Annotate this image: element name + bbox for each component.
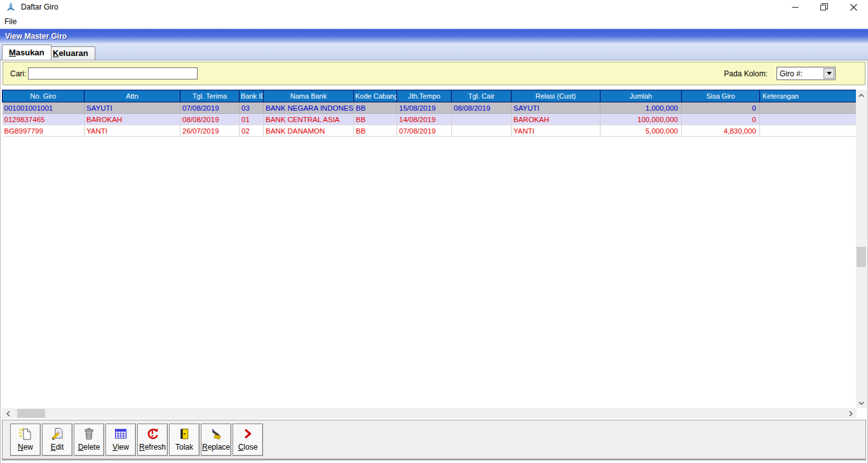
- close-icon: [850, 4, 857, 11]
- cell-no-giro[interactable]: 001001001001: [3, 102, 85, 114]
- cell-sisa-giro[interactable]: 0: [682, 102, 760, 114]
- column-filter-combobox[interactable]: Giro #:: [776, 67, 836, 80]
- cell-nama-bank[interactable]: BANK DANAMON: [264, 125, 354, 137]
- new-button[interactable]: New: [10, 424, 41, 456]
- scroll-left-button[interactable]: [2, 408, 14, 418]
- grid-row[interactable]: BG8997799 YANTI 26/07/2019 02 BANK DANAM…: [3, 125, 857, 137]
- cell-keterangan[interactable]: [760, 114, 857, 125]
- chevron-right-icon: [849, 411, 853, 417]
- search-label: Cari:: [10, 69, 26, 78]
- edit-button[interactable]: Edit: [42, 424, 72, 456]
- new-document-icon: [18, 427, 32, 441]
- grid-row-selected[interactable]: 001001001001 SAYUTI 07/08/2019 03 BANK N…: [3, 102, 857, 114]
- cell-tgl-terima[interactable]: 26/07/2019: [180, 125, 240, 137]
- cell-tgl-terima[interactable]: 07/08/2019: [180, 102, 240, 114]
- cell-nama-bank[interactable]: BANK CENTRAL ASIA: [264, 114, 354, 125]
- column-header-tgl-cair[interactable]: Tgl. Cair: [452, 90, 512, 102]
- tab-page-masukan: Cari: Pada Kolom: Giro #: No. Giro Attn: [0, 60, 868, 463]
- cell-sisa-giro[interactable]: 4,830,000: [682, 125, 760, 137]
- restore-icon: [820, 3, 828, 11]
- cell-keterangan[interactable]: [760, 125, 857, 137]
- column-header-sisa-giro[interactable]: Sisa Giro: [682, 90, 760, 102]
- column-header-relasi-cust[interactable]: Relasi (Cust): [512, 90, 600, 102]
- column-header-attn[interactable]: Attn: [85, 90, 180, 102]
- cell-attn[interactable]: SAYUTI: [85, 102, 180, 114]
- minimize-icon: [792, 4, 799, 11]
- cell-no-giro[interactable]: 0129837465: [3, 114, 85, 125]
- tab-masukan[interactable]: Masukan: [2, 45, 51, 60]
- cell-tgl-cair[interactable]: [452, 114, 512, 125]
- close-arrow-icon: [241, 427, 255, 441]
- refresh-icon: [146, 427, 159, 441]
- cell-jumlah[interactable]: 1,000,000: [600, 102, 682, 114]
- cell-nama-bank[interactable]: BANK NEGARA INDONESIA: [264, 102, 354, 114]
- cell-tgl-cair[interactable]: [452, 125, 512, 137]
- horizontal-scrollbar[interactable]: [2, 408, 857, 418]
- column-header-no-giro[interactable]: No. Giro: [3, 90, 85, 102]
- button-label: Replace: [202, 443, 230, 452]
- vertical-scrollbar[interactable]: [856, 90, 867, 408]
- cell-jumlah[interactable]: 100,000,000: [600, 114, 682, 125]
- delete-button[interactable]: Delete: [74, 424, 104, 456]
- button-label: View: [112, 443, 129, 452]
- chevron-up-icon: [858, 93, 864, 97]
- cell-kode-cabang[interactable]: BB: [354, 114, 397, 125]
- cell-jth-tempo[interactable]: 15/08/2019: [397, 102, 452, 114]
- cell-bank-id[interactable]: 01: [240, 114, 264, 125]
- cell-tgl-terima[interactable]: 08/08/2019: [180, 114, 240, 125]
- column-filter-label: Pada Kolom:: [724, 69, 768, 78]
- search-input[interactable]: [28, 67, 198, 79]
- column-header-jth-tempo[interactable]: Jth.Tempo: [397, 90, 452, 102]
- cell-keterangan[interactable]: [760, 102, 857, 114]
- cell-relasi[interactable]: SAYUTI: [512, 102, 600, 114]
- cell-attn[interactable]: BAROKAH: [85, 114, 180, 125]
- tab-keluaran[interactable]: Keluaran: [46, 46, 95, 60]
- column-header-keterangan[interactable]: Keterangan: [760, 90, 857, 102]
- column-header-kode-cabang[interactable]: Kode Cabang: [354, 90, 397, 102]
- cell-jth-tempo[interactable]: 14/08/2019: [397, 114, 452, 125]
- close-form-button[interactable]: Close: [233, 424, 263, 456]
- giro-grid: No. Giro Attn Tgl. Terima Bank ID Nama B…: [2, 90, 857, 137]
- horizontal-scrollbar-thumb[interactable]: [17, 409, 45, 418]
- view-button[interactable]: View: [105, 424, 136, 456]
- cell-jumlah[interactable]: 5,000,000: [600, 125, 682, 137]
- cell-bank-id[interactable]: 03: [240, 102, 264, 114]
- button-label: Refresh: [139, 443, 166, 452]
- grid-row[interactable]: 0129837465 BAROKAH 08/08/2019 01 BANK CE…: [3, 114, 857, 125]
- combobox-dropdown-button[interactable]: [824, 68, 834, 79]
- column-header-nama-bank[interactable]: Nama Bank: [264, 90, 354, 102]
- cell-relasi[interactable]: BAROKAH: [512, 114, 600, 125]
- cell-tgl-cair[interactable]: 08/08/2019: [452, 102, 512, 114]
- cell-attn[interactable]: YANTI: [85, 125, 180, 137]
- cell-kode-cabang[interactable]: BB: [354, 102, 397, 114]
- cell-bank-id[interactable]: 02: [240, 125, 264, 137]
- window-title: Daftar Giro: [21, 3, 58, 11]
- replace-button[interactable]: Replace: [201, 424, 231, 456]
- chevron-down-icon: [858, 401, 864, 405]
- hand-pen-icon: [209, 427, 223, 441]
- column-header-bank-id[interactable]: Bank ID: [240, 90, 264, 102]
- column-header-jumlah[interactable]: Jumlah: [600, 90, 682, 102]
- scroll-down-button[interactable]: [856, 397, 867, 408]
- cell-no-giro[interactable]: BG8997799: [3, 125, 85, 137]
- refresh-button[interactable]: Refresh: [137, 424, 168, 456]
- cell-relasi[interactable]: YANTI: [512, 125, 600, 137]
- menu-item-file[interactable]: File: [0, 15, 21, 28]
- column-filter-value: Giro #:: [777, 69, 824, 78]
- cell-sisa-giro[interactable]: 0: [682, 114, 760, 125]
- restore-button[interactable]: [810, 0, 839, 14]
- edit-document-icon: [50, 427, 64, 441]
- scroll-up-button[interactable]: [856, 90, 867, 100]
- cell-jth-tempo[interactable]: 07/08/2019: [397, 125, 452, 137]
- tolak-button[interactable]: Tolak: [169, 424, 200, 456]
- minimize-button[interactable]: [780, 0, 810, 14]
- column-header-tgl-terima[interactable]: Tgl. Terima: [180, 90, 240, 102]
- cell-kode-cabang[interactable]: BB: [354, 125, 397, 137]
- panel-caption-bar: View Master Giro: [0, 29, 868, 43]
- scroll-right-button[interactable]: [844, 408, 857, 418]
- button-label: Tolak: [175, 443, 193, 452]
- vertical-scrollbar-thumb[interactable]: [857, 247, 866, 267]
- close-button[interactable]: [839, 0, 868, 14]
- button-label: New: [18, 443, 33, 452]
- door-icon: [177, 427, 191, 441]
